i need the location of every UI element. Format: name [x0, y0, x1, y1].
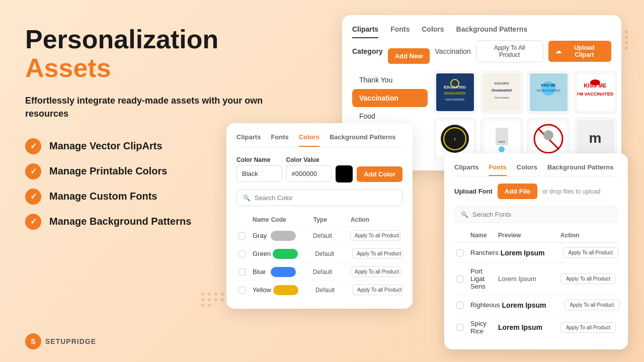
tab-fonts-cliparts[interactable]: Cliparts — [454, 163, 478, 176]
svg-point-23 — [499, 146, 505, 152]
tab-fonts[interactable]: Fonts — [390, 25, 410, 38]
color-yellow-name: Yellow — [253, 286, 271, 294]
tab-background-patterns[interactable]: Background Patterns — [456, 25, 528, 38]
tab-fonts-colors[interactable]: Colors — [517, 163, 537, 176]
checkbox-ranchers[interactable] — [456, 249, 463, 256]
panel-colors: Cliparts Fonts Colors Background Pattern… — [226, 123, 413, 309]
font-righteous-action[interactable]: Apply To all Product — [565, 300, 620, 310]
color-value-group: Color Value — [286, 156, 332, 182]
checkbox-port-ligat[interactable] — [456, 276, 463, 283]
tab-fonts-fonts[interactable]: Fonts — [489, 163, 506, 176]
panel-fonts: Cliparts Fonts Colors Background Pattern… — [444, 153, 628, 349]
upload-clipart-button[interactable]: ☁ Upload Clipart — [548, 41, 612, 62]
color-hex-input[interactable] — [286, 165, 332, 182]
font-row-righteous: Righteous Lorem Ipsum Apply To all Produ… — [454, 295, 618, 315]
font-row-spicy-rice: Spicy Rice Lorem Ipsum Apply To all Prod… — [454, 315, 618, 339]
clipart-item-4[interactable]: KISS ME I'M VACCINATED — [574, 71, 617, 114]
check-icon-1 — [25, 138, 41, 154]
add-color-button[interactable]: Add Color — [357, 166, 403, 182]
color-blue-action[interactable]: Apply To all Product — [350, 266, 400, 277]
font-spicy-rice-preview: Lorem Ipsum — [498, 323, 558, 331]
checkbox-gray[interactable] — [238, 232, 246, 239]
color-name-group: Color Name — [236, 156, 282, 182]
tab-colors-colors[interactable]: Colors — [299, 133, 319, 147]
fonts-search-input[interactable] — [472, 211, 611, 218]
svg-text:VACCINATED: VACCINATED — [445, 98, 464, 101]
tab-colors-cliparts[interactable]: Cliparts — [236, 133, 261, 147]
clipart-item-2[interactable]: educated Graduated Vaccinated — [480, 71, 523, 114]
font-spicy-rice-action[interactable]: Apply To all Product — [560, 322, 616, 333]
color-green-name: Green — [253, 250, 271, 257]
font-ranchers-action[interactable]: Apply To all Product — [563, 247, 618, 258]
checkbox-blue[interactable] — [238, 268, 246, 276]
color-value-label: Color Value — [286, 156, 332, 163]
checkbox-righteous[interactable] — [456, 302, 463, 309]
color-blue-type: Default — [313, 268, 348, 276]
color-yellow-type: Default — [315, 287, 351, 294]
panel-colors-tabs: Cliparts Fonts Colors Background Pattern… — [236, 133, 403, 147]
font-ranchers-name: Ranchers — [470, 249, 499, 256]
colors-table: Name Code Type Action Gray Default Apply… — [236, 213, 403, 299]
add-file-button[interactable]: Add File — [498, 184, 537, 199]
font-port-ligat-action[interactable]: Apply To all Product — [560, 274, 616, 284]
page-title-main: Personalization — [25, 25, 317, 54]
svg-point-28 — [543, 130, 553, 140]
clipart-item-1[interactable]: EDUCATED GRADUATED VACCINATED — [434, 71, 476, 114]
svg-text:vacc: vacc — [498, 140, 506, 143]
upload-font-row: Upload Font Add File or drop files to up… — [454, 184, 618, 199]
checkbox-spicy-rice[interactable] — [456, 324, 463, 331]
check-icon-2 — [25, 163, 41, 179]
col-code: Code — [271, 216, 311, 223]
logo-text: SETUPRIDGE — [45, 337, 96, 345]
color-green-type: Default — [315, 250, 350, 257]
feature-text-2: Manage Printable Colors — [49, 165, 168, 177]
page-title-orange: Assets — [25, 54, 317, 82]
svg-text:GRADUATED: GRADUATED — [444, 92, 465, 95]
color-form-row: Color Name Color Value Add Color — [236, 155, 403, 183]
logo-icon: S — [25, 333, 41, 349]
color-name-label: Color Name — [236, 156, 282, 163]
fonts-table-header: Name Preview Action — [454, 229, 618, 242]
svg-text:m: m — [589, 130, 602, 146]
drop-text: or drop files to upload — [542, 188, 600, 195]
tab-colors[interactable]: Colors — [422, 25, 444, 38]
svg-text:KISS ME: KISS ME — [541, 83, 556, 87]
apply-all-product-button[interactable]: Apply To All Product — [476, 40, 543, 62]
clipart-item-3[interactable]: KISS ME I'M VACCINATED — [527, 71, 570, 114]
col-action: Action — [351, 216, 401, 223]
tab-colors-fonts[interactable]: Fonts — [271, 133, 288, 147]
color-row-blue: Blue Default Apply To all Product — [236, 262, 403, 281]
upload-font-label: Upload Font — [454, 188, 493, 195]
sidebar-item-thank-you[interactable]: Thank You — [352, 71, 428, 89]
sidebar-item-vaccination[interactable]: Vaccination — [352, 89, 428, 107]
svg-text:I'M VACCINATED: I'M VACCINATED — [536, 89, 560, 92]
tab-cliparts[interactable]: Cliparts — [352, 25, 378, 38]
color-search-box[interactable]: 🔍 — [236, 190, 403, 206]
color-blue-name: Blue — [253, 268, 269, 276]
tab-colors-bg[interactable]: Background Patterns — [330, 133, 395, 147]
color-name-input[interactable] — [236, 165, 282, 182]
color-green-pill — [273, 249, 298, 259]
page-subtitle: Effortlessly integrate ready-made assets… — [25, 95, 287, 120]
checkbox-yellow[interactable] — [238, 287, 246, 294]
check-icon-4 — [25, 214, 41, 230]
font-row-ranchers: Ranchers Lorem Ipsum Apply To all Produc… — [454, 242, 618, 262]
color-search-input[interactable] — [255, 194, 396, 202]
upload-icon: ☁ — [555, 48, 561, 55]
font-righteous-name: Righteous — [470, 301, 500, 309]
fonts-search-box[interactable]: 🔍 — [454, 206, 618, 223]
sidebar-item-food[interactable]: Food — [352, 107, 428, 125]
category-row: Category Add New Vaccination Apply To Al… — [352, 38, 611, 64]
colors-table-header: Name Code Type Action — [236, 213, 403, 226]
panel-main-tabs: Cliparts Fonts Colors Background Pattern… — [352, 25, 611, 38]
cliparts-grid: EDUCATED GRADUATED VACCINATED educated G… — [434, 71, 617, 160]
fonts-col-preview: Preview — [498, 232, 558, 239]
color-row-green: Green Default Apply To all Product — [236, 244, 403, 262]
checkbox-green[interactable] — [238, 250, 246, 257]
color-yellow-action[interactable]: Apply To all Product — [353, 285, 403, 295]
color-gray-action[interactable]: Apply To all Product — [350, 230, 400, 241]
color-yellow-pill — [273, 285, 298, 295]
add-new-button[interactable]: Add New — [388, 48, 430, 64]
color-green-action[interactable]: Apply To all Product — [352, 248, 403, 259]
tab-fonts-bg[interactable]: Background Patterns — [547, 163, 613, 176]
